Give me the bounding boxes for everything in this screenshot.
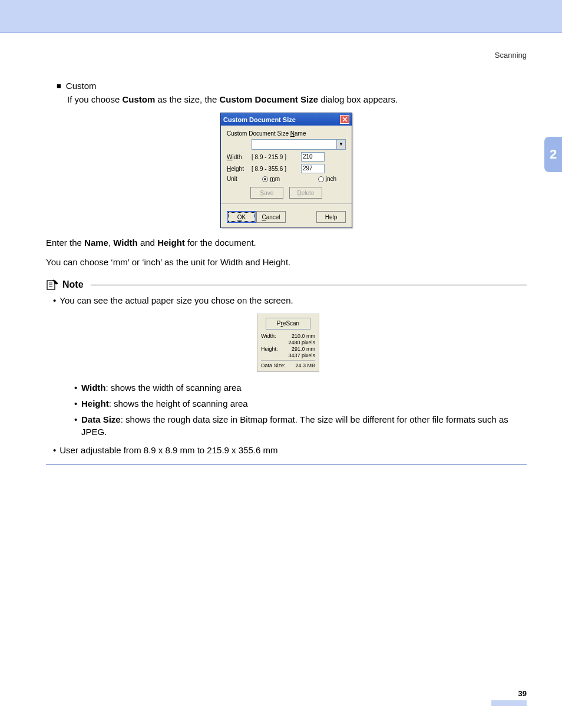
label: Data Size: [261, 363, 286, 368]
text: for the document. [185, 238, 256, 248]
text-bold: Width [113, 238, 138, 248]
square-bullet-icon: ■ [57, 81, 61, 90]
text: eScan [283, 320, 299, 327]
intro-paragraph: If you choose Custom as the size, the Cu… [67, 93, 527, 106]
text: K [242, 214, 246, 220]
text: If you choose [67, 94, 122, 104]
name-combo-row: ▼ [227, 139, 346, 150]
text: dialog box appears. [318, 94, 398, 104]
note-icon [46, 279, 59, 291]
dialog-titlebar: Custom Document Size [221, 113, 352, 126]
dialog-separator [221, 203, 352, 204]
label: Width: [261, 333, 276, 339]
svg-rect-0 [47, 281, 55, 289]
text: and [138, 238, 157, 248]
delete-button[interactable]: Delete [289, 187, 322, 199]
label: Height: [261, 346, 278, 352]
width-input[interactable]: 210 [301, 152, 325, 162]
text: ave [264, 190, 273, 196]
adjustable-bullet: •User adjustable from 8.9 x 8.9 mm to 21… [53, 444, 527, 456]
text: as the size, the [155, 94, 219, 104]
panel-height-px-row: 3437 pixels [261, 353, 315, 358]
name-combobox[interactable]: ▼ [252, 139, 346, 150]
prescan-button[interactable]: PreScan [266, 318, 310, 330]
text-bold: Data Size [81, 414, 121, 424]
help-button[interactable]: Help [316, 211, 346, 223]
text: : shows the width of scanning area [106, 383, 242, 393]
note-label: Note [62, 279, 84, 290]
section-header: Scanning [46, 51, 527, 60]
text: D [297, 190, 302, 196]
width-range: [ 8.9 - 215.9 ] [252, 154, 297, 160]
text: C [262, 214, 266, 220]
height-input[interactable]: 297 [301, 164, 325, 173]
radio-selected-icon [262, 176, 268, 182]
text: Enter the [46, 238, 84, 248]
custom-bullet-text: Custom [66, 81, 97, 91]
text-bold: Height [81, 398, 109, 409]
height-range: [ 8.9 - 355.6 ] [252, 166, 297, 172]
unit-mm-option[interactable]: mm [252, 176, 280, 182]
text: , [108, 238, 113, 248]
bullet-icon: • [53, 445, 56, 455]
chevron-down-icon[interactable]: ▼ [336, 140, 345, 149]
dialog-title: Custom Document Size [223, 116, 296, 123]
text: : shows the rough data size in Bitmap fo… [81, 414, 508, 437]
ok-button[interactable]: OK [227, 211, 256, 223]
page-content: Scanning 2 ■Custom If you choose Custom … [0, 33, 562, 724]
note-body: •You can see the actual paper size you c… [49, 294, 527, 456]
radio-icon [318, 176, 324, 182]
text: ancel [266, 214, 280, 220]
text: idth [232, 154, 242, 160]
panel-datasize-row: Data Size:24.3 MB [261, 363, 315, 368]
save-button[interactable]: Save [250, 187, 283, 199]
text-bold: Custom [122, 94, 155, 104]
panel-width-px-row: 2480 pixels [261, 340, 315, 345]
text: N [290, 130, 295, 137]
definitions-list: Width: shows the width of scanning area … [74, 381, 527, 438]
list-item: Width: shows the width of scanning area [74, 381, 527, 394]
bullet-icon: • [53, 295, 56, 305]
text-bold: Name [84, 238, 108, 248]
note-end-line [46, 465, 527, 465]
custom-bullet-row: ■Custom [57, 81, 527, 91]
text: m [270, 176, 275, 182]
unit-paragraph: You can choose ‘mm’ or ‘inch’ as the uni… [46, 256, 527, 268]
unit-row: Unit mm inch [227, 176, 346, 182]
panel-separator [261, 360, 315, 361]
text: User adjustable from 8.9 x 8.9 mm to 215… [59, 445, 277, 455]
panel-width-row: Width:210.0 mm [261, 333, 315, 339]
note-bullet-1: •You can see the actual paper size you c… [53, 294, 527, 307]
text: O [237, 214, 242, 220]
prescan-panel: PreScan Width:210.0 mm 2480 pixels Heigh… [257, 314, 319, 372]
enter-name-paragraph: Enter the Name, Width and Height for the… [46, 236, 527, 249]
panel-wrap: PreScan Width:210.0 mm 2480 pixels Heigh… [49, 314, 527, 372]
height-label: Height [227, 166, 248, 172]
list-item: Data Size: shows the rough data size in … [74, 413, 527, 438]
note-line [91, 285, 527, 285]
list-item: Height: shows the height of scanning are… [74, 397, 527, 410]
panel-height-row: Height:291.0 mm [261, 346, 315, 352]
page-number: 39 [46, 689, 527, 698]
dialog-footer: OK Cancel Help [221, 207, 352, 228]
value: 291.0 mm [292, 346, 315, 352]
text: nch [327, 176, 336, 182]
width-row: Width [ 8.9 - 215.9 ] 210 [227, 152, 346, 162]
text: : shows the height of scanning area [109, 398, 248, 409]
cancel-button[interactable]: Cancel [256, 211, 286, 223]
top-band [0, 0, 562, 32]
close-icon[interactable] [340, 115, 349, 124]
width-label: Width [227, 154, 248, 160]
text: Custom Document Size [227, 130, 290, 137]
text-bold: Height [157, 238, 185, 248]
value: 210.0 mm [292, 333, 315, 339]
custom-document-size-dialog: Custom Document Size Custom Document Siz… [220, 113, 352, 228]
chapter-tab: 2 [544, 137, 562, 172]
text-bold: Width [81, 383, 106, 393]
value: 3437 pixels [288, 353, 315, 358]
text: elete [302, 190, 315, 196]
name-label: Custom Document Size Name [227, 130, 346, 137]
value: 24.3 MB [295, 363, 315, 368]
unit-inch-option[interactable]: inch [318, 176, 336, 182]
save-delete-row: Save Delete [227, 187, 346, 199]
